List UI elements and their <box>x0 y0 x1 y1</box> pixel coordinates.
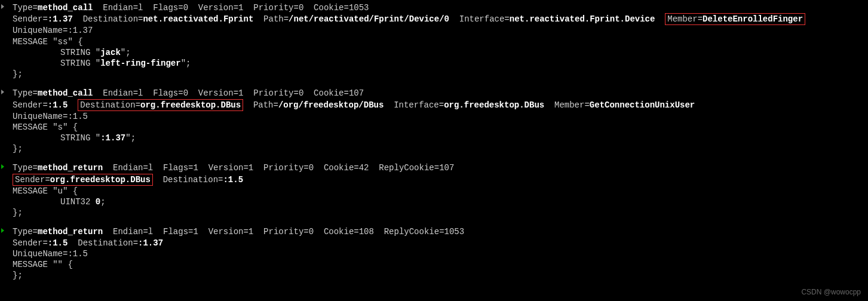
text-span: net.reactivated.Fprint.Device <box>510 14 655 24</box>
message-body-line: }; <box>0 69 868 79</box>
text-span: method_return <box>38 163 103 173</box>
text-span: GetConnectionUnixUser <box>590 100 695 110</box>
expand-marker-icon[interactable] <box>1 90 4 94</box>
text-span: MESSAGE "s" { <box>13 122 78 132</box>
message-body-line: MESSAGE "" { <box>0 259 868 270</box>
text-span: left-ring-finger <box>100 59 180 68</box>
text-span: Interface= <box>384 100 444 110</box>
text-span: :1.37 <box>100 133 125 143</box>
message-body-line: UINT32 0; <box>0 196 868 207</box>
text-span: Sender= <box>15 175 50 185</box>
text-span: net.reactivated.Fprint <box>143 14 253 24</box>
highlight-box: Destination=org.freedesktop.DBus <box>78 99 243 111</box>
text-span: Path= <box>253 14 289 24</box>
text-span: Interface= <box>449 14 510 24</box>
text-span: }; <box>13 271 23 280</box>
text-span: Destination= <box>68 238 138 248</box>
text-span: 0 <box>96 197 100 207</box>
message-header-line: Type=method_call Endian=l Flags=0 Versio… <box>0 2 868 13</box>
text-span: Sender= <box>13 238 48 248</box>
message-body-line: MESSAGE "u" { <box>0 186 868 196</box>
text-span: Endian=l Flags=1 Version=1 Priority=0 Co… <box>103 227 464 236</box>
text-span: Path= <box>243 100 278 110</box>
text-span: MESSAGE "u" { <box>13 186 78 196</box>
text-span: Endian=l Flags=0 Version=1 Priority=0 Co… <box>93 88 364 98</box>
message-body-line: UniqueName=:1.5 <box>0 111 868 122</box>
message-header-line: Type=method_return Endian=l Flags=1 Vers… <box>0 226 868 237</box>
text-span: DeleteEnrolledFinger <box>703 14 803 24</box>
message-header2-line: Sender=:1.5 Destination=:1.37 <box>0 238 868 248</box>
text-span: Member= <box>667 14 703 24</box>
highlight-box: Member=DeleteEnrolledFinger <box>665 13 805 25</box>
text-span: /org/freedesktop/DBus <box>278 100 384 110</box>
text-span: Destination= <box>73 14 143 24</box>
text-span <box>655 14 665 24</box>
text-span: :1.5 <box>48 238 68 248</box>
watermark: CSDN @wowocpp <box>801 288 861 297</box>
message-body-line: STRING "left-ring-finger"; <box>0 58 868 69</box>
text-span: org.freedesktop.DBus <box>50 175 151 185</box>
message-body-line: STRING "jack"; <box>0 47 868 58</box>
message-body-line: STRING ":1.37"; <box>0 133 868 143</box>
text-span: "; <box>181 59 191 68</box>
text-span: Endian=l Flags=1 Version=1 Priority=0 Co… <box>103 163 454 173</box>
dbus-message: Type=method_call Endian=l Flags=0 Versio… <box>0 88 868 154</box>
message-header2-line: Sender=:1.37 Destination=net.reactivated… <box>0 13 868 25</box>
text-span: Destination= <box>153 175 223 185</box>
message-body-line: UniqueName=:1.37 <box>0 25 868 36</box>
text-span: STRING " <box>60 48 100 57</box>
text-span <box>68 100 78 110</box>
expand-marker-icon[interactable] <box>1 228 4 233</box>
text-span: org.freedesktop.DBus <box>444 100 544 110</box>
text-span: :1.5 <box>48 100 68 110</box>
expand-marker-icon[interactable] <box>1 4 4 9</box>
expand-marker-icon[interactable] <box>1 164 4 169</box>
text-span: UniqueName=:1.5 <box>13 112 88 121</box>
text-span: STRING " <box>60 59 100 68</box>
text-span: }; <box>13 208 23 217</box>
text-span: org.freedesktop.DBus <box>140 100 241 110</box>
text-span: :1.37 <box>48 14 73 24</box>
text-span: Type= <box>13 88 38 98</box>
text-span: jack <box>100 48 121 57</box>
text-span: UniqueName=:1.37 <box>13 26 93 35</box>
dbus-message: Type=method_return Endian=l Flags=1 Vers… <box>0 226 868 281</box>
text-span: UINT32 <box>60 197 96 207</box>
text-span: method_call <box>38 3 93 13</box>
message-body-line: }; <box>0 270 868 281</box>
message-header-line: Type=method_call Endian=l Flags=0 Versio… <box>0 88 868 99</box>
message-header-line: Type=method_return Endian=l Flags=1 Vers… <box>0 162 868 173</box>
message-body-line: MESSAGE "ss" { <box>0 36 868 47</box>
text-span: "; <box>125 133 136 143</box>
message-header2-line: Sender=org.freedesktop.DBus Destination=… <box>0 174 868 186</box>
text-span: :1.37 <box>138 238 163 248</box>
message-body-line: MESSAGE "s" { <box>0 122 868 133</box>
text-span: MESSAGE "" { <box>13 260 73 269</box>
text-span: UniqueName=:1.5 <box>13 249 88 259</box>
text-span: Destination= <box>80 100 140 110</box>
dbus-monitor-output: Type=method_call Endian=l Flags=0 Versio… <box>0 2 868 281</box>
text-span: :1.5 <box>223 175 243 185</box>
text-span: STRING " <box>60 133 100 143</box>
text-span: ; <box>100 197 105 207</box>
message-body-line: }; <box>0 143 868 154</box>
text-span: Endian=l Flags=0 Version=1 Priority=0 Co… <box>93 3 369 13</box>
text-span: Member= <box>544 100 590 110</box>
text-span: Sender= <box>13 14 48 24</box>
text-span: }; <box>13 69 23 79</box>
text-span: /net/reactivated/Fprint/Device/0 <box>289 14 449 24</box>
dbus-message: Type=method_return Endian=l Flags=1 Vers… <box>0 162 868 218</box>
message-header2-line: Sender=:1.5 Destination=org.freedesktop.… <box>0 99 868 111</box>
message-body-line: UniqueName=:1.5 <box>0 248 868 259</box>
text-span: MESSAGE "ss" { <box>13 37 83 47</box>
text-span: }; <box>13 144 23 153</box>
text-span: Sender= <box>13 100 48 110</box>
message-body-line: }; <box>0 207 868 218</box>
dbus-message: Type=method_call Endian=l Flags=0 Versio… <box>0 2 868 79</box>
text-span: method_return <box>38 227 103 236</box>
text-span: "; <box>121 48 131 57</box>
text-span: method_call <box>38 88 93 98</box>
text-span: Type= <box>13 227 38 236</box>
text-span: Type= <box>13 3 38 13</box>
text-span: Type= <box>13 163 38 173</box>
